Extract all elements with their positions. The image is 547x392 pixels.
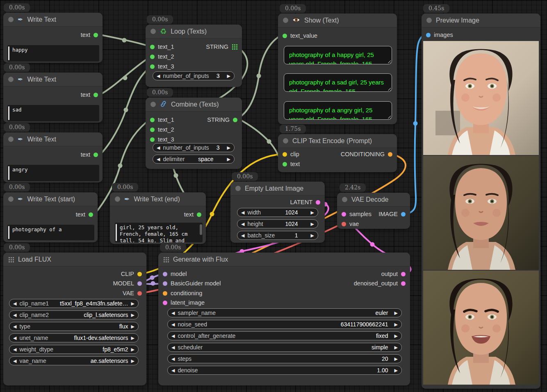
node-write-text-end[interactable]: 0.00s ✒ Write Text (end) text girl, 25 y… bbox=[110, 192, 206, 244]
collapse-dot[interactable] bbox=[283, 138, 288, 144]
increment-arrow-icon[interactable]: ▶ bbox=[227, 146, 230, 150]
input-slot-conditioning[interactable] bbox=[163, 291, 167, 296]
preview-portrait-happy[interactable] bbox=[423, 41, 539, 155]
next-arrow-icon[interactable]: ▶ bbox=[131, 313, 134, 317]
widget-delimiter[interactable]: ◀ delimiter space ▶ bbox=[153, 155, 235, 164]
node-vae-decode[interactable]: 2.42s VAE Decode samples IMAGE vae bbox=[337, 193, 410, 229]
next-arrow-icon[interactable]: ▶ bbox=[131, 324, 134, 329]
collapse-dot[interactable] bbox=[115, 196, 120, 202]
prev-arrow-icon[interactable]: ◀ bbox=[171, 345, 175, 350]
prev-arrow-icon[interactable]: ◀ bbox=[171, 311, 175, 315]
output-slot-model[interactable] bbox=[137, 281, 142, 286]
input-slot-basicguider-model[interactable] bbox=[163, 281, 167, 286]
textarea-scrollbar[interactable] bbox=[200, 224, 202, 235]
input-slot-text-value[interactable] bbox=[283, 34, 287, 38]
input-slot-text-3[interactable] bbox=[150, 137, 155, 142]
output-slot-string[interactable] bbox=[233, 118, 237, 122]
widget-denoise[interactable]: ◀ denoise 1.00 ▶ bbox=[167, 366, 402, 375]
node-titlebar[interactable]: ✒ Write Text bbox=[3, 132, 103, 146]
widget-weight-dtype[interactable]: ◀ weight_dtype fp8_e5m2 ▶ bbox=[9, 345, 139, 354]
node-titlebar[interactable]: Load FLUX bbox=[3, 253, 146, 267]
widget-noise-seed[interactable]: ◀ noise_seed 634117900662241 ▶ bbox=[167, 320, 402, 329]
increment-arrow-icon[interactable]: ▶ bbox=[311, 233, 314, 238]
output-slot-output[interactable] bbox=[401, 272, 406, 276]
node-titlebar[interactable]: ✒ Write Text (end) bbox=[110, 192, 206, 206]
next-arrow-icon[interactable]: ▶ bbox=[394, 322, 398, 327]
input-slot-text[interactable] bbox=[283, 162, 287, 166]
widget-type[interactable]: ◀ type flux ▶ bbox=[9, 322, 139, 331]
node-graph-canvas[interactable]: 0.00s ✒ Write Text text happy 0.00s ✒ Wr… bbox=[0, 0, 547, 392]
increment-arrow-icon[interactable]: ▶ bbox=[227, 157, 230, 162]
shown-text-2[interactable]: photography of a sad girl, 25 years old,… bbox=[284, 73, 392, 92]
widget-scheduler[interactable]: ◀ scheduler simple ▶ bbox=[167, 343, 402, 352]
input-slot-samples[interactable] bbox=[342, 212, 346, 217]
input-slot-clip[interactable] bbox=[283, 152, 287, 157]
node-preview-image[interactable]: 0.45s Preview Image images bbox=[422, 14, 540, 389]
text-widget[interactable]: happy bbox=[7, 45, 99, 62]
input-slot-latent-image[interactable] bbox=[163, 301, 167, 305]
prev-arrow-icon[interactable]: ◀ bbox=[13, 359, 16, 363]
shown-text-1[interactable]: photography of a happy girl, 25 years ol… bbox=[284, 46, 392, 64]
node-load-flux[interactable]: 0.00s Load FLUX CLIP MODEL VAE ◀ clip_na… bbox=[3, 253, 146, 385]
output-slot-text[interactable] bbox=[197, 212, 201, 217]
decrement-arrow-icon[interactable]: ◀ bbox=[157, 157, 160, 162]
node-titlebar[interactable]: VAE Decode bbox=[337, 193, 410, 207]
prev-arrow-icon[interactable]: ◀ bbox=[13, 324, 16, 329]
widget-batch-size[interactable]: ◀ batch_size 1 ▶ bbox=[237, 231, 318, 240]
output-slot-vae[interactable] bbox=[137, 291, 142, 296]
prev-arrow-icon[interactable]: ◀ bbox=[171, 322, 175, 327]
node-clip-text-encode[interactable]: 1.75s CLIP Text Encode (Prompt) clip CON… bbox=[278, 134, 397, 172]
increment-arrow-icon[interactable]: ▶ bbox=[311, 210, 314, 215]
collapse-dot[interactable] bbox=[342, 197, 347, 202]
node-generate-with-flux[interactable]: 0.00s Generate with Flux model output Ba… bbox=[158, 253, 410, 385]
text-widget[interactable]: photography of a bbox=[7, 225, 94, 240]
prev-arrow-icon[interactable]: ◀ bbox=[13, 301, 16, 306]
collapse-dot[interactable] bbox=[283, 18, 288, 23]
widget-number-of-inputs[interactable]: ◀ number_of_inputs 3 ▶ bbox=[153, 71, 235, 80]
output-slot-denoised-output[interactable] bbox=[401, 281, 406, 286]
output-slot-image[interactable] bbox=[401, 212, 406, 217]
next-arrow-icon[interactable]: ▶ bbox=[394, 357, 398, 361]
node-combine-texts[interactable]: 0.00s Combine (Texts) text_1 STRING text… bbox=[146, 98, 242, 169]
decrement-arrow-icon[interactable]: ◀ bbox=[157, 74, 160, 78]
increment-arrow-icon[interactable]: ▶ bbox=[227, 74, 230, 78]
output-slot-text[interactable] bbox=[93, 33, 98, 37]
node-empty-latent-image[interactable]: 0.00s Empty Latent Image LATENT ◀ width … bbox=[230, 182, 325, 243]
node-write-text-1[interactable]: 0.00s ✒ Write Text text happy bbox=[3, 13, 103, 63]
string-list-output-icon[interactable] bbox=[232, 44, 237, 50]
next-arrow-icon[interactable]: ▶ bbox=[394, 334, 398, 338]
node-titlebar[interactable]: Empty Latent Image bbox=[230, 182, 325, 196]
node-write-text-3[interactable]: 0.00s ✒ Write Text text angry bbox=[3, 132, 103, 182]
widget-number-of-inputs[interactable]: ◀ number_of_inputs 3 ▶ bbox=[153, 143, 235, 152]
preview-portrait-sad[interactable] bbox=[423, 156, 539, 270]
node-titlebar[interactable]: ✒ Write Text (start) bbox=[3, 192, 98, 206]
text-widget[interactable]: sad bbox=[7, 105, 99, 121]
collapse-dot[interactable] bbox=[8, 137, 14, 142]
input-slot-text-3[interactable] bbox=[150, 64, 155, 69]
next-arrow-icon[interactable]: ▶ bbox=[131, 336, 134, 340]
decrement-arrow-icon[interactable]: ◀ bbox=[241, 233, 244, 238]
node-titlebar[interactable]: ♻ Loop (Texts) bbox=[146, 25, 242, 39]
input-slot-model[interactable] bbox=[163, 272, 167, 276]
node-loop-texts[interactable]: 0.00s ♻ Loop (Texts) text_1 STRING text_… bbox=[146, 25, 242, 87]
preview-portrait-angry[interactable] bbox=[423, 271, 539, 385]
output-slot-clip[interactable] bbox=[137, 272, 142, 276]
node-titlebar[interactable]: Show (Text) bbox=[278, 14, 397, 27]
output-slot-latent[interactable] bbox=[316, 200, 320, 205]
widget-sampler-name[interactable]: ◀ sampler_name euler ▶ bbox=[167, 308, 402, 317]
prev-arrow-icon[interactable]: ◀ bbox=[13, 313, 16, 317]
decrement-arrow-icon[interactable]: ◀ bbox=[241, 210, 244, 215]
output-slot-text[interactable] bbox=[93, 153, 98, 157]
decrement-arrow-icon[interactable]: ◀ bbox=[241, 222, 244, 226]
collapse-dot[interactable] bbox=[8, 77, 14, 82]
node-write-text-2[interactable]: 0.00s ✒ Write Text text sad bbox=[3, 73, 103, 123]
node-write-text-start[interactable]: 0.00s ✒ Write Text (start) text photogra… bbox=[3, 192, 98, 242]
input-slot-images[interactable] bbox=[426, 33, 431, 37]
node-titlebar[interactable]: Generate with Flux bbox=[158, 253, 410, 267]
text-widget[interactable]: girl, 25 years old, French, female, 165 … bbox=[115, 223, 203, 242]
widget-height[interactable]: ◀ height 1024 ▶ bbox=[237, 219, 318, 228]
output-slot-text[interactable] bbox=[89, 212, 93, 217]
decrement-arrow-icon[interactable]: ◀ bbox=[157, 146, 160, 150]
next-arrow-icon[interactable]: ▶ bbox=[131, 301, 134, 306]
collapse-dot[interactable] bbox=[8, 17, 14, 22]
